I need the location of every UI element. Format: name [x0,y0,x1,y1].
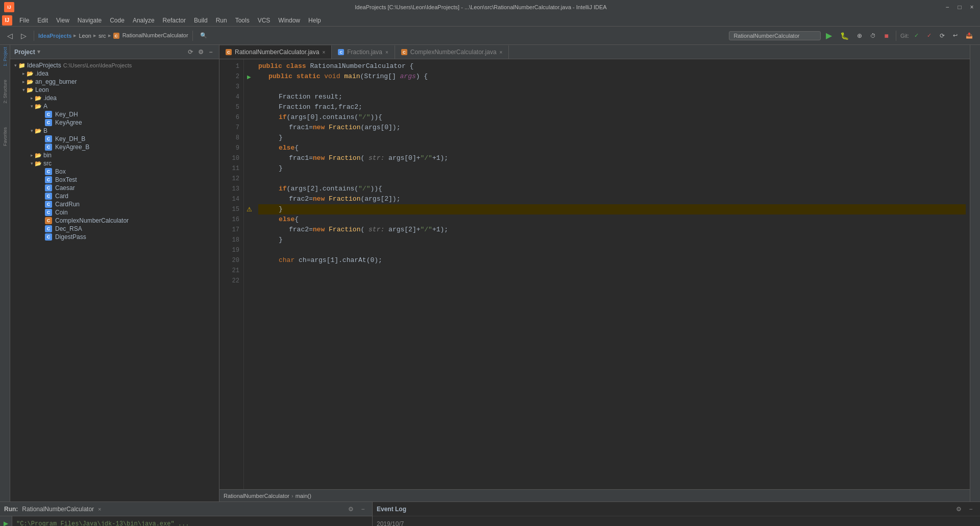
code-line-15: } [258,204,966,214]
tree-item-coin[interactable]: ▸ C Coin [10,208,219,217]
menu-vcs[interactable]: VCS [254,16,275,25]
close-button[interactable]: × [968,3,976,11]
menu-view[interactable]: View [52,16,74,25]
run-configuration[interactable]: RationalNumberCalculator [729,31,821,40]
project-name[interactable]: IdeaProjects [38,33,71,39]
tree-label: Coin [55,209,68,216]
menu-file[interactable]: File [15,16,33,25]
folder-dot-icon: 📂 [27,70,34,77]
activity-structure[interactable]: 2: Structure [3,80,8,104]
tab-complexcalc[interactable]: C ComplexNumberCalculator.java × [395,45,509,59]
warning-gutter-icon[interactable]: ⚠ [247,206,252,213]
project-panel: Project ▾ ⟳ ⚙ − ▾ 📁 IdeaProjects C:\User… [10,45,219,501]
tree-item-cardrun[interactable]: ▸ C CardRun [10,200,219,208]
run-settings-btn[interactable]: ⚙ [346,504,356,514]
tree-item-idea[interactable]: ▸ 📂 .idea [10,69,219,78]
tab-icon-c: C [226,49,232,55]
coverage-button[interactable]: ⊕ [854,31,865,40]
tab-close[interactable]: × [322,50,325,55]
tree-item-boxtest[interactable]: ▸ C BoxTest [10,176,219,184]
back-button[interactable]: ◁ [4,31,16,41]
breadcrumb-src[interactable]: src [99,33,106,39]
git-x[interactable]: ✓ [924,31,935,40]
breadcrumb-leon[interactable]: Leon [79,33,91,39]
tree-item-ideaprojects[interactable]: ▾ 📁 IdeaProjects C:\Users\Leon\IdeaProje… [10,61,219,69]
code-line-10: frac1=new Fraction( str: args[0]+"/"+1); [258,153,966,163]
menu-run[interactable]: Run [212,16,231,25]
expand-arrow: ▸ [29,95,35,101]
folder-open-icon: 📂 [27,87,34,93]
event-log-settings[interactable]: ⚙ [953,504,964,514]
tree-item-dec-rsa[interactable]: ▸ C Dec_RSA [10,225,219,233]
menu-navigate[interactable]: Navigate [74,16,106,25]
run-close-btn[interactable]: × [98,506,101,512]
gutter-2[interactable]: ▶ [244,71,254,82]
log-entry-0: 2019/10/7 [377,520,976,526]
breadcrumb-file[interactable]: C RationalNumberCalculator [113,32,188,39]
run-gutter-icon[interactable]: ▶ [247,74,251,80]
menu-build[interactable]: Build [190,16,212,25]
minimize-button[interactable]: − [943,3,951,11]
sync-icon[interactable]: ⟳ [186,48,194,56]
menu-help[interactable]: Help [304,16,325,25]
tab-close[interactable]: × [385,50,388,55]
tab-fraction[interactable]: C Fraction.java × [332,45,395,59]
tab-close[interactable]: × [500,50,503,55]
menu-edit[interactable]: Edit [33,16,52,25]
git-history[interactable]: ⟳ [937,31,948,40]
tree-item-a[interactable]: ▾ 📂 A [10,102,219,110]
project-dropdown-icon[interactable]: ▾ [37,49,40,55]
git-rollback[interactable]: ↩ [950,31,961,40]
tree-item-egg-burner[interactable]: ▸ 📂 an_egg_burner [10,78,219,86]
breadcrumb-sep: › [291,493,293,499]
stop-button[interactable]: ■ [881,31,891,41]
tree-item-idea2[interactable]: ▸ 📂 .idea [10,94,219,102]
code-editor[interactable]: 12345 678910 1112131415 1617181920 2122 … [219,59,970,489]
menu-analyze[interactable]: Analyze [129,16,159,25]
tree-item-box[interactable]: ▸ C Box [10,168,219,176]
hide-icon[interactable]: − [207,48,215,56]
breadcrumb-method[interactable]: main() [296,493,311,499]
forward-button[interactable]: ▷ [18,31,30,41]
tree-item-bin[interactable]: ▸ 📂 bin [10,151,219,159]
tree-item-key-dh[interactable]: ▸ C Key_DH [10,110,219,118]
menu-code[interactable]: Code [106,16,129,25]
activity-favorites[interactable]: Favorites [3,127,8,146]
tree-item-complexnumber[interactable]: ▸ C ComplexNumberCalculator [10,217,219,225]
debug-button[interactable]: 🐛 [837,31,852,41]
event-log-minimize[interactable]: − [966,504,976,514]
code-content[interactable]: public class RationalNumberCalculator { … [254,59,970,489]
run-minimize-btn[interactable]: − [358,504,368,514]
run-button[interactable]: ▶ [823,30,835,41]
breadcrumb-class[interactable]: RationalNumberCalculator [224,493,289,499]
tree-item-b[interactable]: ▾ 📂 B [10,127,219,135]
tree-item-key-dh-b[interactable]: ▸ C Key_DH_B [10,135,219,143]
maximize-button[interactable]: □ [955,3,964,11]
git-check[interactable]: ✓ [911,31,922,40]
tree-item-keyagree[interactable]: ▸ C KeyAgree [10,118,219,127]
tree-path: C:\Users\Leon\IdeaProjects [63,62,132,68]
tab-rationalcalc[interactable]: C RationalNumberCalculator.java × [219,45,332,59]
menu-tools[interactable]: Tools [231,16,254,25]
tree-item-keyagree-b[interactable]: ▸ C KeyAgree_B [10,143,219,151]
code-line-11: } [258,163,966,174]
folder-icon: 📂 [35,103,42,110]
titlebar: IJ IdeaProjects [C:\Users\Leon\IdeaProje… [0,0,980,14]
tree-item-leon[interactable]: ▾ 📂 Leon [10,86,219,94]
search-everywhere[interactable]: 🔍 [197,31,210,40]
gutter-15[interactable]: ⚠ [244,204,254,214]
tree-item-caesar[interactable]: ▸ C Caesar [10,184,219,192]
tree-item-src[interactable]: ▾ 📂 src [10,159,219,168]
gear-icon[interactable]: ⚙ [197,48,205,56]
profile-button[interactable]: ⏱ [867,32,879,40]
menu-window[interactable]: Window [274,16,304,25]
run-start-btn[interactable]: ▶ [1,518,11,526]
activity-project[interactable]: 1: Project [3,47,8,66]
git-label: Git: [900,33,909,39]
tree-item-card[interactable]: ▸ C Card [10,192,219,200]
code-line-3 [258,82,966,92]
tree-item-digestpass[interactable]: ▸ C DigestPass [10,233,219,241]
tree-label: Key_DH [55,111,78,118]
git-push[interactable]: 📤 [963,31,976,40]
menu-refactor[interactable]: Refactor [159,16,190,25]
